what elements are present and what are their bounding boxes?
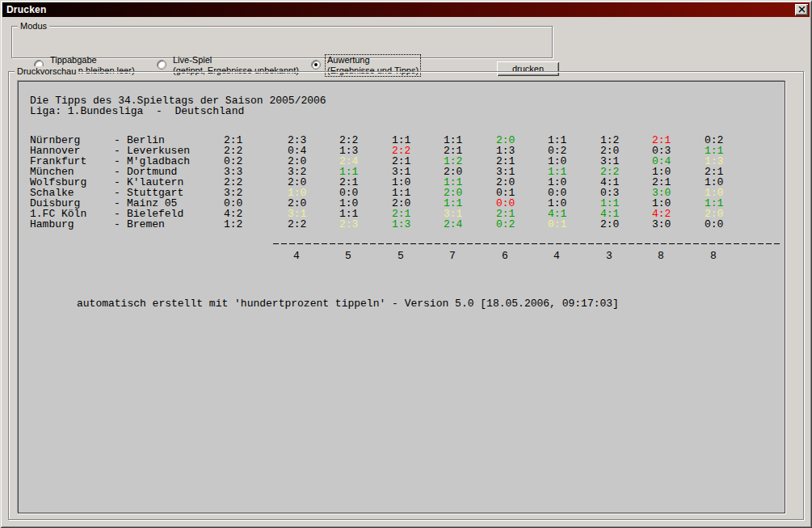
tip-score: 2:4 xyxy=(444,219,462,230)
radio-label-line1: Live-Spiel xyxy=(173,55,299,65)
close-button[interactable] xyxy=(795,4,808,15)
tip-points: 5 xyxy=(398,251,404,261)
preview-footer: automatisch erstellt mit 'hundertprozent… xyxy=(77,298,619,309)
tip-points: 5 xyxy=(345,251,351,261)
tip-score: 0:0 xyxy=(705,219,723,230)
preview-league: Liga: 1.Bundesliga - Deutschland xyxy=(30,106,244,116)
radio-label-line1: Tippabgabe xyxy=(50,55,135,65)
tip-points: 6 xyxy=(502,251,508,261)
modus-group-label: Modus xyxy=(18,21,49,31)
away-team: Bremen xyxy=(127,219,165,230)
tip-points: 4 xyxy=(553,251,560,261)
tip-points: 8 xyxy=(710,251,717,261)
tip-score: 0:2 xyxy=(496,219,515,230)
home-team: Hamburg xyxy=(30,219,74,230)
print-dialog: Drucken Modus Tippabgabe (Spalten bleibe… xyxy=(0,0,812,528)
tip-score: 1:3 xyxy=(392,219,410,230)
separator-dashes xyxy=(273,243,782,244)
tip-score: 2:3 xyxy=(339,219,358,230)
close-icon xyxy=(798,6,806,13)
window-title: Drucken xyxy=(6,4,46,15)
tip-points: 7 xyxy=(449,251,456,261)
tip-score: 2:2 xyxy=(288,219,306,230)
tip-score: 2:0 xyxy=(600,219,619,230)
vs-dash: - xyxy=(114,219,120,230)
preview-panel: Die Tipps des 34.Spieltags der Saison 20… xyxy=(18,81,785,513)
tip-score: 0:1 xyxy=(548,219,566,230)
tip-score: 3:0 xyxy=(652,219,671,230)
tip-points: 4 xyxy=(293,251,300,261)
modus-group: Modus Tippabgabe (Spalten bleiben leer) … xyxy=(11,21,553,58)
preview-group-label: Druckvorschau xyxy=(15,66,78,76)
modus-group-border xyxy=(11,26,553,58)
tip-points: 8 xyxy=(658,251,664,261)
final-result: 1:2 xyxy=(224,219,242,230)
tip-points: 3 xyxy=(606,251,612,261)
preview-group: Druckvorschau Die Tipps des 34.Spieltags… xyxy=(8,66,804,520)
match-row: Hamburg-Bremen1:22:22:31:32:40:20:12:03:… xyxy=(19,219,785,230)
radio-label-line1: Auwertung xyxy=(327,55,419,65)
titlebar[interactable]: Drucken xyxy=(2,2,810,17)
